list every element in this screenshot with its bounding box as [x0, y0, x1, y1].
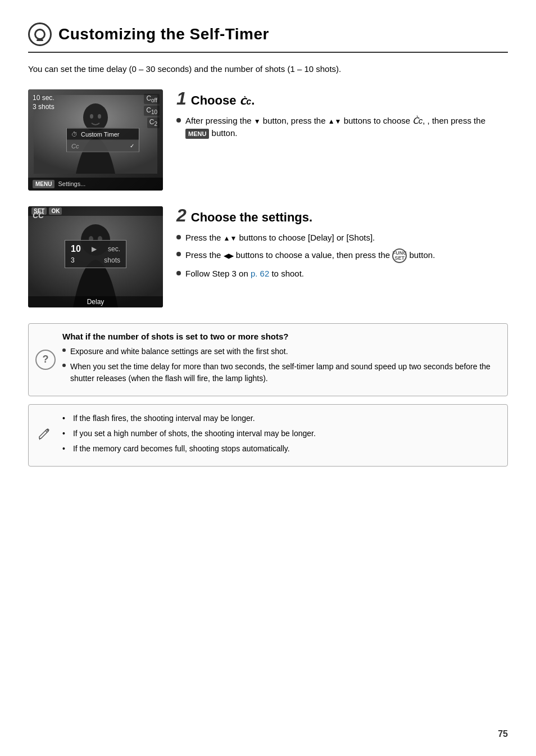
- self-timer-icon: [28, 22, 52, 46]
- note-bullet-dot-1: [62, 348, 66, 352]
- camera-screenshot-1: 10 sec. 3 shots Coff C10 C2 ⏱ Custom Tim…: [28, 89, 163, 191]
- pencil-svg: [37, 426, 52, 442]
- question-mark-icon: ?: [35, 350, 56, 370]
- note-pencil-bullets: • If the flash fires, the shooting inter…: [62, 413, 498, 455]
- step2-instructions: 2 Choose the settings. Press the ▲▼ butt…: [176, 206, 508, 285]
- step2-bullet2-text: Press the ◀▶ buttons to choose a value, …: [185, 248, 435, 263]
- step2-number: 2: [176, 206, 187, 224]
- up-down-arrow-2: ▲▼: [224, 233, 237, 243]
- step2-bullet1-text: Press the ▲▼ buttons to choose [Delay] o…: [185, 232, 375, 245]
- cam2-shots-row: 3 shots: [71, 256, 120, 264]
- bullet-dot-3: [176, 252, 181, 256]
- panel-row-custom-timer: ⏱ Custom Timer: [67, 128, 139, 140]
- cam-icon-c10: C10: [144, 106, 160, 116]
- cc-symbol-inline: C̀c: [412, 116, 423, 125]
- cam1-panel: ⏱ Custom Timer Cc ✓: [66, 128, 139, 152]
- svg-point-1: [83, 103, 108, 132]
- step2-bullet3-text: Follow Step 3 on p. 62 to shoot.: [185, 268, 304, 280]
- step1-row: 10 sec. 3 shots Coff C10 C2 ⏱ Custom Tim…: [28, 89, 508, 191]
- camera-screen-2: CC 10 ▶ sec. 3 shots SET OK Delay: [28, 206, 163, 307]
- note-question-bullet1: Exposure and white balance settings are …: [62, 346, 498, 357]
- down-arrow-inline: ▼: [254, 116, 261, 126]
- step1-bullets: After pressing the ▼ button, press the ▲…: [176, 115, 508, 140]
- step1-timer-symbol: C̀c: [240, 97, 252, 106]
- cam2-cc-label: CC: [33, 211, 44, 220]
- cam2-delay-label: Delay: [28, 296, 163, 307]
- step1-title: Choose C̀c.: [191, 93, 255, 108]
- note-question-box: ? What if the number of shots is set to …: [28, 323, 508, 396]
- svg-point-2: [90, 114, 93, 119]
- step2-title-row: 2 Choose the settings.: [176, 206, 508, 225]
- svg-point-3: [98, 114, 101, 119]
- step1-bullet1: After pressing the ▼ button, press the ▲…: [176, 115, 508, 140]
- bullet-dot-1: [176, 118, 181, 123]
- cam2-delay-arrow: ▶: [92, 245, 97, 253]
- cam1-bottom-bar: MENU Settings...: [28, 178, 163, 191]
- cam1-sec: 10 sec.: [33, 94, 54, 102]
- step2-bullets: Press the ▲▼ buttons to choose [Delay] o…: [176, 232, 508, 280]
- cam-icon-c2: C2: [147, 117, 160, 128]
- up-down-arrow-inline: ▲▼: [328, 116, 342, 126]
- cam2-delay-unit: sec.: [108, 245, 120, 253]
- cam1-menu-btn: MENU: [33, 180, 54, 188]
- menu-btn-inline: MENU: [185, 129, 209, 139]
- step1-instructions: 1 Choose C̀c. After pressing the ▼ butto…: [176, 89, 508, 144]
- intro-text: You can set the time delay (0 – 30 secon…: [28, 63, 508, 76]
- page-number: 75: [498, 729, 508, 739]
- func-set-btn-inline: FUNCSET: [392, 248, 407, 263]
- note-pencil-bullet1: • If the flash fires, the shooting inter…: [62, 413, 498, 424]
- cam2-ok-btn: OK: [49, 207, 62, 215]
- step2-title: Choose the settings.: [191, 210, 312, 225]
- cam2-setok-bar: SET OK: [28, 206, 163, 216]
- camera-screen-1: 10 sec. 3 shots Coff C10 C2 ⏱ Custom Tim…: [28, 89, 163, 191]
- page-title-row: Customizing the Self-Timer: [28, 22, 508, 53]
- cam1-shots: 3 shots: [33, 103, 54, 111]
- step2-bullet3: Follow Step 3 on p. 62 to shoot.: [176, 268, 508, 280]
- camera-screenshot-2: CC 10 ▶ sec. 3 shots SET OK Delay: [28, 206, 163, 307]
- note-question-bullet2: When you set the time delay for more tha…: [62, 361, 498, 384]
- note-question-bullets: Exposure and white balance settings are …: [62, 346, 498, 384]
- bullet-dot-2: [176, 235, 181, 239]
- cam-icon-coff: Coff: [144, 94, 160, 104]
- cam1-info: 10 sec. 3 shots: [33, 94, 54, 111]
- page-title: Customizing the Self-Timer: [58, 25, 269, 43]
- panel-row-cc-selected: Cc ✓: [67, 140, 139, 151]
- svg-line-8: [46, 431, 47, 432]
- cam1-bottom-text: Settings...: [58, 180, 85, 187]
- cam2-delay-row: 10 ▶ sec.: [71, 244, 120, 254]
- bullet-dot-4: [176, 271, 181, 275]
- step1-bullet1-text: After pressing the ▼ button, press the ▲…: [185, 115, 508, 140]
- cam2-delay-value: 10: [71, 244, 81, 254]
- step1-number: 1: [176, 89, 187, 107]
- note-pencil-box: • If the flash fires, the shooting inter…: [28, 404, 508, 467]
- note-bullet-dot-2: [62, 364, 66, 367]
- step2-bullet2: Press the ◀▶ buttons to choose a value, …: [176, 248, 508, 263]
- note-question-title: What if the number of shots is set to tw…: [62, 332, 498, 341]
- note-pencil-bullet3: • If the memory card becomes full, shoot…: [62, 443, 498, 455]
- step2-row: CC 10 ▶ sec. 3 shots SET OK Delay: [28, 206, 508, 307]
- cam2-delay-box: 10 ▶ sec. 3 shots: [65, 240, 126, 268]
- step1-title-row: 1 Choose C̀c.: [176, 89, 508, 108]
- note-pencil-bullet2: • If you set a high number of shots, the…: [62, 428, 498, 440]
- p62-link[interactable]: p. 62: [251, 269, 269, 278]
- cam2-shots-label: shots: [99, 256, 120, 264]
- pencil-icon: [35, 425, 56, 445]
- cam1-icons: Coff C10 C2: [144, 94, 160, 128]
- left-right-arrow-inline: ◀▶: [224, 251, 234, 261]
- step2-bullet1: Press the ▲▼ buttons to choose [Delay] o…: [176, 232, 508, 245]
- cam2-shots-value: 3: [71, 256, 75, 264]
